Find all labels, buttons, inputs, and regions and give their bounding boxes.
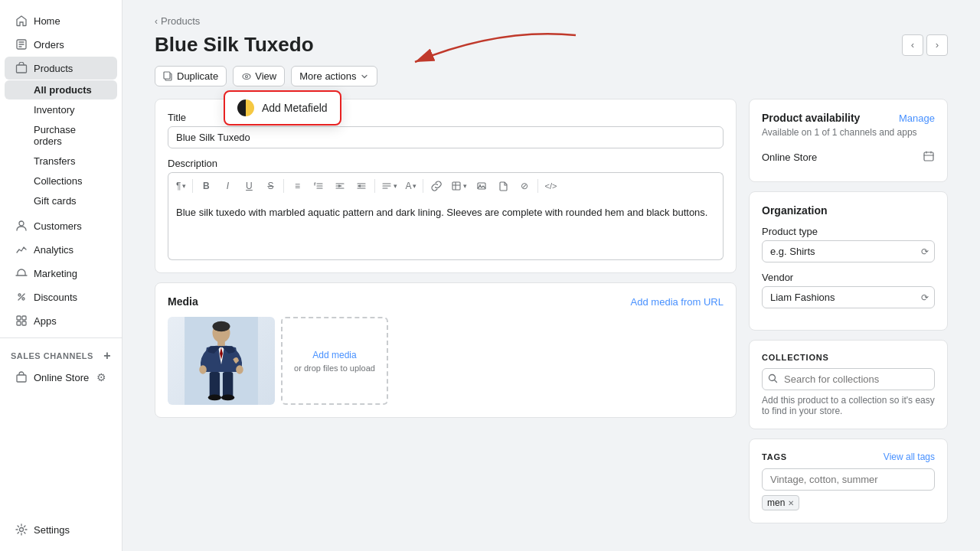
duplicate-icon [163,71,174,82]
sidebar-sub-transfers[interactable]: Transfers [5,152,117,171]
home-icon [15,15,28,27]
format-paragraph-btn[interactable]: ¶ ▾ [173,179,189,193]
description-editor[interactable]: Blue silk tuxedo with marbled aquatic pa… [168,199,724,260]
product-type-select[interactable]: e.g. Shirts [762,240,935,262]
ordered-list-btn[interactable] [309,176,328,196]
vendor-select[interactable]: Liam Fashions [762,286,935,308]
description-field: Description ¶ ▾ B I U S ≡ [168,158,724,260]
prev-product-button[interactable]: ‹ [902,34,923,56]
collections-search-input[interactable] [762,368,935,390]
svg-point-4 [22,298,24,300]
sidebar-sub-inventory[interactable]: Inventory [5,100,117,119]
online-store-settings-icon[interactable]: ⚙ [96,371,106,383]
breadcrumb-chevron: ‹ [155,16,158,27]
sidebar-item-marketing[interactable]: Marketing [5,262,117,285]
tag-men-remove-icon[interactable]: ✕ [788,499,794,507]
product-image[interactable] [168,317,275,405]
bullet-list-btn[interactable]: ≡ [287,176,307,196]
align-btn[interactable]: ▾ [378,179,400,193]
chevron-down-icon [360,72,369,81]
metafield-popup[interactable]: Add Metafield [224,90,341,126]
sidebar-item-apps[interactable]: Apps [5,309,117,332]
page-header: Blue Silk Tuxedo ‹ › [155,33,948,57]
settings-icon [15,523,28,536]
file-btn[interactable] [493,176,513,196]
main-column: Title Description ¶ ▾ B I U S [155,99,737,418]
manage-link[interactable]: Manage [899,112,935,124]
svg-point-14 [246,75,248,77]
sidebar-item-products[interactable]: Products [5,57,117,80]
view-all-tags-link[interactable]: View all tags [884,452,935,462]
action-bar: Duplicate View More actions Add Metafiel… [155,66,948,86]
media-card: Media Add media from URL [155,282,737,418]
store-name: Online Store [762,152,817,163]
link-btn[interactable] [426,176,446,196]
view-button[interactable]: View [233,66,285,86]
marketing-icon [15,267,28,279]
media-title: Media [168,295,198,308]
calendar-icon[interactable] [923,150,935,165]
svg-point-24 [236,365,243,374]
collections-search-wrapper [762,368,935,390]
sidebar-sub-purchase-orders[interactable]: Purchase orders [5,120,117,151]
product-man-svg [175,317,267,405]
add-channel-icon[interactable]: + [103,349,111,363]
page-nav: ‹ › [902,34,948,56]
svg-point-27 [208,395,221,401]
description-label: Description [168,158,724,169]
add-media-url-link[interactable]: Add media from URL [631,296,724,308]
sidebar-item-settings[interactable]: Settings [5,518,117,541]
sidebar-sub-collections[interactable]: Collections [5,171,117,191]
online-store-icon [15,371,28,383]
tag-men-label: men [767,497,785,508]
duplicate-button[interactable]: Duplicate [155,66,227,86]
sidebar-item-discounts[interactable]: Discounts [5,285,117,308]
svg-rect-6 [22,316,26,320]
code-btn[interactable]: ⊘ [514,176,534,196]
image-btn[interactable] [472,176,492,196]
tags-header: TAGS View all tags [762,452,935,462]
svg-point-23 [199,365,207,374]
collections-title: COLLECTIONS [762,353,935,362]
underline-btn[interactable]: U [239,176,259,196]
sidebar-sub-gift-cards[interactable]: Gift cards [5,191,117,210]
breadcrumb-products-link[interactable]: Products [161,15,200,27]
sidebar-sub-all-products[interactable]: All products [5,80,117,99]
outdent-btn[interactable] [351,176,371,196]
sidebar-home-label: Home [34,15,60,27]
table-btn[interactable]: ▾ [448,179,470,193]
sidebar-item-online-store[interactable]: Online Store ⚙ [5,366,117,389]
italic-btn[interactable]: I [217,176,237,196]
organization-card: Organization Product type e.g. Shirts ⟳ … [749,191,948,331]
sidebar-item-analytics[interactable]: Analytics [5,238,117,261]
add-media-placeholder[interactable]: Add media or drop files to upload [281,317,388,405]
tags-input[interactable] [762,468,935,491]
html-btn[interactable]: </> [541,176,560,196]
online-store-label: Online Store [34,372,89,383]
products-icon [15,62,28,74]
svg-rect-5 [17,316,21,320]
strike-btn[interactable]: S [260,176,280,196]
availability-title: Product availability [762,112,860,124]
svg-rect-17 [478,183,485,189]
sidebar-item-orders[interactable]: Orders [5,33,117,56]
discounts-icon [15,291,28,303]
next-product-button[interactable]: › [926,34,948,56]
sidebar-item-customers[interactable]: Customers [5,214,117,237]
more-actions-button[interactable]: More actions [291,66,377,86]
indent-btn[interactable] [330,176,350,196]
tags-chips-row: men ✕ [762,495,935,510]
orders-icon [15,38,28,51]
svg-rect-1 [17,65,27,73]
title-input[interactable] [168,126,724,148]
svg-point-21 [213,321,230,331]
svg-rect-26 [223,372,233,398]
two-col-layout: Title Description ¶ ▾ B I U S [155,99,948,523]
sidebar-item-home[interactable]: Home [5,9,117,32]
bold-btn[interactable]: B [196,176,216,196]
availability-header: Product availability Manage [762,112,935,124]
main-content: ‹ Products Blue Silk Tuxedo ‹ › Duplicat… [122,0,980,551]
metafield-label: Add Metafield [262,102,328,114]
org-title: Organization [762,204,935,217]
color-btn[interactable]: A ▾ [402,179,420,193]
